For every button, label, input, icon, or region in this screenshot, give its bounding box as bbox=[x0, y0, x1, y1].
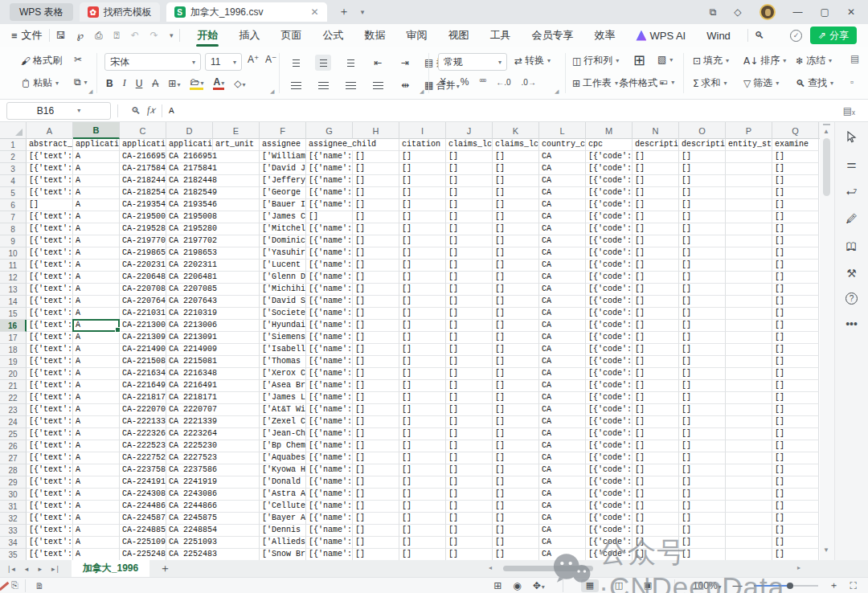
cell-A2[interactable]: [{'text': bbox=[27, 151, 73, 163]
cell-A10[interactable]: [{'text': bbox=[27, 247, 73, 260]
cell-D8[interactable]: CA 2195280 bbox=[166, 223, 213, 235]
row-header-25[interactable]: 25 bbox=[0, 428, 27, 440]
cell-P22[interactable] bbox=[726, 392, 772, 404]
cell-A18[interactable]: [{'text': bbox=[27, 344, 73, 356]
cell-G28[interactable]: [{'name': bbox=[306, 464, 353, 476]
cell-H3[interactable]: [] bbox=[353, 163, 399, 175]
cell-Q16[interactable]: [] bbox=[772, 320, 819, 332]
cell-P20[interactable] bbox=[726, 368, 772, 380]
save-icon[interactable]: 🖫︎ bbox=[56, 30, 66, 41]
cell-E1[interactable]: art_unit bbox=[213, 139, 260, 151]
cell-C14[interactable]: CA-220764 bbox=[120, 296, 166, 308]
cell-M11[interactable]: [{'code': bbox=[586, 260, 633, 272]
cell-P1[interactable]: entity_st bbox=[726, 139, 772, 151]
cell-C15[interactable]: CA-221031 bbox=[120, 308, 166, 320]
cell-I18[interactable]: [] bbox=[399, 344, 446, 356]
cell-E5[interactable] bbox=[213, 187, 260, 199]
cell-B32[interactable]: A bbox=[73, 513, 120, 525]
workspace-icon[interactable]: ⧉ bbox=[710, 6, 717, 18]
decimal-increase-button[interactable]: ←.0 bbox=[496, 78, 510, 87]
cell-Q19[interactable]: [] bbox=[772, 356, 819, 368]
cell-H2[interactable]: [] bbox=[353, 151, 399, 163]
cell-N25[interactable]: [] bbox=[633, 428, 679, 440]
cell-B19[interactable]: A bbox=[73, 356, 120, 368]
cell-F6[interactable]: ['Bauer I bbox=[260, 199, 306, 211]
first-sheet-icon[interactable]: |◂ bbox=[8, 565, 17, 573]
cell-Q32[interactable]: [] bbox=[772, 513, 819, 525]
cell-F18[interactable]: ['Isabell bbox=[260, 344, 306, 356]
cell-J5[interactable]: [] bbox=[446, 187, 493, 199]
column-header-B[interactable]: B bbox=[73, 122, 120, 139]
column-header-A[interactable]: A bbox=[27, 122, 73, 139]
export-pdf-icon[interactable]: ℘ bbox=[77, 30, 84, 41]
cell-M21[interactable]: [{'code': bbox=[586, 380, 633, 392]
cell-J13[interactable]: [] bbox=[446, 284, 493, 296]
row-header-15[interactable]: 15 bbox=[0, 308, 27, 320]
cell-B13[interactable]: A bbox=[73, 284, 120, 296]
cell-J7[interactable]: [] bbox=[446, 211, 493, 223]
cell-Q3[interactable]: [] bbox=[772, 163, 819, 175]
cell-N9[interactable]: [] bbox=[633, 235, 679, 247]
cell-C8[interactable]: CA-219528 bbox=[120, 223, 166, 235]
chart-format-icon[interactable]: 🖉︎ bbox=[844, 211, 860, 227]
cell-P6[interactable] bbox=[726, 199, 772, 211]
row-header-6[interactable]: 6 bbox=[0, 199, 27, 211]
cell-E31[interactable] bbox=[213, 501, 260, 513]
cell-G21[interactable]: [{'name': bbox=[306, 380, 353, 392]
cell-B8[interactable]: A bbox=[73, 223, 120, 235]
cell-C31[interactable]: CA-224486 bbox=[120, 501, 166, 513]
cell-G25[interactable]: [{'name': bbox=[306, 428, 353, 440]
cell-G16[interactable]: [{'name': bbox=[306, 320, 353, 332]
cell-A11[interactable]: [{'text': bbox=[27, 260, 73, 272]
cell-O24[interactable]: [] bbox=[679, 416, 726, 428]
sum-button[interactable]: Σ求和▾ bbox=[693, 76, 727, 90]
cell-I20[interactable]: [] bbox=[399, 368, 446, 380]
cell-B5[interactable]: A bbox=[73, 187, 120, 199]
cell-I22[interactable]: [] bbox=[399, 392, 446, 404]
cell-E29[interactable] bbox=[213, 476, 260, 489]
cell-I32[interactable]: [] bbox=[399, 513, 446, 525]
cell-C1[interactable]: applicati bbox=[120, 139, 166, 151]
cell-H29[interactable]: [] bbox=[353, 476, 399, 489]
cell-B30[interactable]: A bbox=[73, 489, 120, 501]
cell-N12[interactable]: [] bbox=[633, 272, 679, 284]
cell-K26[interactable]: [] bbox=[493, 440, 539, 452]
cell-D17[interactable]: CA 2213091 bbox=[166, 332, 213, 344]
cell-J1[interactable]: claims_lc bbox=[446, 139, 493, 151]
cell-F26[interactable]: ['Bp Chem bbox=[260, 440, 306, 452]
cell-Q13[interactable]: [] bbox=[772, 284, 819, 296]
worksheet-button[interactable]: ⊞工作表▾ bbox=[572, 76, 618, 90]
cell-Q25[interactable]: [] bbox=[772, 428, 819, 440]
cell-O31[interactable]: [] bbox=[679, 501, 726, 513]
thousands-button[interactable]: ⁰⁰⁰ bbox=[479, 78, 485, 86]
menu-视图[interactable]: 视图 bbox=[437, 24, 479, 47]
cell-E26[interactable] bbox=[213, 440, 260, 452]
cell-E4[interactable] bbox=[213, 175, 260, 187]
cell-F25[interactable]: ['Jean-Ch bbox=[260, 428, 306, 440]
horizontal-scroll-thumb[interactable] bbox=[503, 566, 593, 571]
menu-页面[interactable]: 页面 bbox=[270, 24, 312, 47]
cell-N33[interactable]: [] bbox=[633, 525, 679, 537]
cell-P28[interactable] bbox=[726, 464, 772, 476]
font-decrease-button[interactable]: A⁻ bbox=[265, 54, 276, 65]
qat-chevron-icon[interactable]: ▾ bbox=[170, 31, 174, 39]
cell-K8[interactable]: [] bbox=[493, 223, 539, 235]
copy-chevron-icon[interactable]: ▾ bbox=[84, 79, 88, 86]
cell-I7[interactable]: [] bbox=[399, 211, 446, 223]
cell-N8[interactable]: [] bbox=[633, 223, 679, 235]
cell-P25[interactable] bbox=[726, 428, 772, 440]
cell-L35[interactable]: CA bbox=[539, 549, 586, 560]
column-header-H[interactable]: H bbox=[353, 122, 399, 139]
cell-P32[interactable] bbox=[726, 513, 772, 525]
cell-H16[interactable]: [] bbox=[353, 320, 399, 332]
cell-B14[interactable]: A bbox=[73, 296, 120, 308]
scroll-up-icon[interactable]: ▲ bbox=[823, 128, 829, 135]
cell-F9[interactable]: ['Dominic bbox=[260, 235, 306, 247]
normal-view-button[interactable]: ▦ bbox=[581, 579, 599, 592]
cell-P23[interactable] bbox=[726, 404, 772, 416]
align-right-button[interactable] bbox=[342, 77, 358, 93]
cell-B12[interactable]: A bbox=[73, 272, 120, 284]
print-preview-icon[interactable]: ⍰ bbox=[114, 30, 120, 41]
cell-H4[interactable]: [] bbox=[353, 175, 399, 187]
cell-N11[interactable]: [] bbox=[633, 260, 679, 272]
